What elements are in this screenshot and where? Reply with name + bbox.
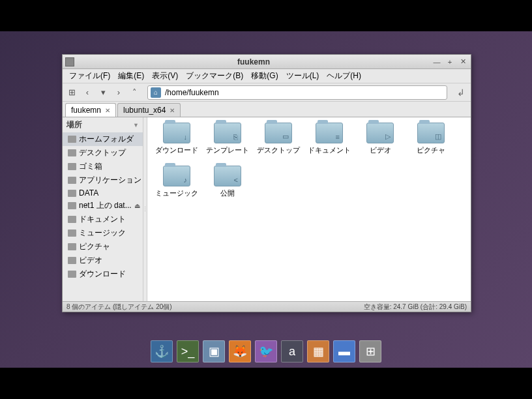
tab-0[interactable]: fuukemn✕ [65,103,116,117]
taskbar-firefox-icon[interactable]: 🦊 [229,340,251,362]
folder-0[interactable]: ↓ダウンロード [153,123,201,163]
sidebar-item-0[interactable]: ホームフォルダ [63,132,143,146]
chevron-down-icon: ▼ [133,122,139,128]
file-manager-window: fuukemn — + ✕ ファイル(F) 編集(E) 表示(V) ブックマーク… [62,54,471,312]
sidebar-item-10[interactable]: ダウンロード [63,267,143,281]
sidebar-item-label: ダウンロード [79,269,126,280]
folder-icon [68,149,76,156]
sidebar-item-9[interactable]: ビデオ [63,254,143,267]
folder-3[interactable]: ≡ドキュメント [305,123,353,163]
tab-1[interactable]: lubuntu_x64✕ [117,103,181,117]
folder-icon: ▷ [366,123,394,143]
menu-bookmarks[interactable]: ブックマーク(B) [182,69,247,83]
sidebar-header-label: 場所 [66,119,82,130]
sidebar-item-7[interactable]: ミュージック [63,226,143,240]
tab-label: fuukemn [71,106,101,115]
folder-icon [68,190,76,197]
tabs-bar: fuukemn✕lubuntu_x64✕ [63,102,471,117]
menu-tools[interactable]: ツール(L) [282,69,323,83]
folder-icon [68,177,76,184]
folder-label: ダウンロード [155,145,198,155]
new-tab-button[interactable]: ⊞ [65,86,78,99]
folder-icon: ▭ [265,123,292,143]
sidebar-item-5[interactable]: net1 上の dat...⏏ [63,199,143,213]
folder-icon: ♪ [163,166,190,186]
folder-6[interactable]: ♪ミュージック [153,166,201,206]
menu-view[interactable]: 表示(V) [148,69,182,83]
folder-icon [68,136,76,143]
taskbar: ⚓>_▣🦊🐦a▦▬⊞ [147,338,385,365]
menubar: ファイル(F) 編集(E) 表示(V) ブックマーク(B) 移動(G) ツール(… [63,69,471,83]
menu-file[interactable]: ファイル(F) [65,69,114,83]
taskbar-abiword-icon[interactable]: a [281,340,303,362]
minimize-button[interactable]: — [432,57,442,67]
eject-icon[interactable]: ⏏ [134,202,140,209]
folder-label: ピクチャ [417,145,445,155]
taskbar-anchor-icon[interactable]: ⚓ [151,340,173,362]
folder-icon: ↓ [163,123,190,143]
folder-2[interactable]: ▭デスクトップ [254,123,303,163]
folder-7[interactable]: <公開 [203,166,252,206]
forward-button[interactable]: › [112,86,125,99]
folder-glyph-icon: ≡ [336,133,340,141]
folder-glyph-icon: ↓ [184,133,188,141]
folder-glyph-icon: ⎘ [233,133,238,141]
sidebar-item-label: ピクチャ [79,241,110,252]
folder-glyph-icon: ▭ [282,132,289,141]
folder-label: デスクトップ [257,145,300,155]
taskbar-calculator-icon[interactable]: ⊞ [359,340,381,362]
sidebar-item-6[interactable]: ドキュメント [63,213,143,226]
folder-5[interactable]: ◫ピクチャ [407,123,455,163]
sidebar: 場所 ▼ ホームフォルダデスクトップゴミ箱アプリケーションDATAnet1 上の… [63,117,143,301]
titlebar[interactable]: fuukemn — + ✕ [63,55,471,69]
tab-label: lubuntu_x64 [123,106,166,115]
folder-label: テンプレート [206,145,249,155]
taskbar-gnumeric-icon[interactable]: ▦ [307,340,329,362]
history-dropdown[interactable]: ▾ [96,86,110,99]
sidebar-item-label: ミュージック [79,228,126,239]
toolbar: ⊞ ‹ ▾ › ˄ ⌂ /home/fuukemn ↲ [63,83,471,102]
taskbar-pidgin-icon[interactable]: 🐦 [255,340,277,362]
tab-close-icon[interactable]: ✕ [170,107,175,114]
sidebar-item-2[interactable]: ゴミ箱 [63,160,143,173]
menu-go[interactable]: 移動(G) [247,69,282,83]
folder-label: ビデオ [370,145,391,155]
sidebar-item-label: ビデオ [79,255,102,266]
path-bar[interactable]: ⌂ /home/fuukemn [147,85,447,100]
sidebar-places-header[interactable]: 場所 ▼ [63,117,143,132]
folder-icon: ◫ [417,123,445,143]
back-button[interactable]: ‹ [81,86,94,99]
window-icon [65,57,74,66]
menu-help[interactable]: ヘルプ(H) [323,69,365,83]
folder-label: 公開 [220,188,235,198]
go-button[interactable]: ↲ [454,85,468,100]
sidebar-item-3[interactable]: アプリケーション [63,173,143,187]
folder-view[interactable]: ↓ダウンロード⎘テンプレート▭デスクトップ≡ドキュメント▷ビデオ◫ピクチャ♪ミュ… [147,117,471,301]
folder-icon: ⎘ [214,123,241,143]
folder-glyph-icon: < [234,176,238,184]
sidebar-item-1[interactable]: デスクトップ [63,146,143,160]
sidebar-item-8[interactable]: ピクチャ [63,240,143,254]
window-title: fuukemn [78,57,429,66]
folder-icon [68,216,76,223]
folder-glyph-icon: ♪ [184,176,188,184]
folder-icon [68,243,76,250]
sidebar-item-4[interactable]: DATA [63,187,143,199]
taskbar-terminal-icon[interactable]: >_ [177,340,199,362]
tab-close-icon[interactable]: ✕ [105,107,110,114]
folder-icon [68,163,76,170]
folder-1[interactable]: ⎘テンプレート [203,123,252,163]
close-button[interactable]: ✕ [458,57,468,67]
taskbar-files-icon[interactable]: ▣ [203,340,225,362]
folder-4[interactable]: ▷ビデオ [356,123,404,163]
sidebar-item-label: ホームフォルダ [79,134,134,145]
sidebar-item-label: ゴミ箱 [79,161,102,172]
sidebar-item-label: ドキュメント [79,214,126,225]
up-button[interactable]: ˄ [128,86,141,99]
folder-label: ドキュメント [308,145,351,155]
taskbar-xterm-icon[interactable]: ▬ [333,340,355,362]
maximize-button[interactable]: + [445,57,455,67]
menu-edit[interactable]: 編集(E) [114,69,148,83]
sidebar-item-label: net1 上の dat... [79,200,132,211]
folder-icon [68,271,76,278]
